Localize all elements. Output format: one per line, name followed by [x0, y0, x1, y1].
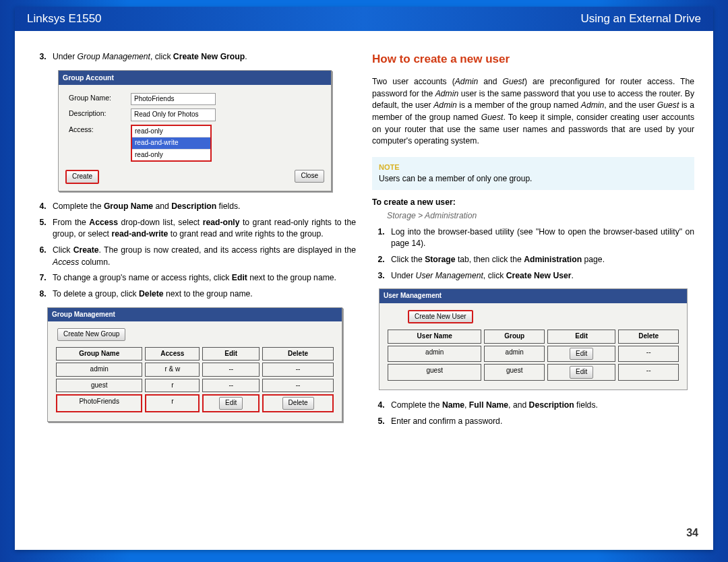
group-account-panel: Group Account Group Name:PhotoFriendsDes… — [58, 70, 332, 191]
user-management-panel: User Management Create New User User Nam… — [379, 288, 688, 390]
field-value[interactable]: Read Only for Photos — [131, 108, 216, 121]
group-account-fields: Group Name:PhotoFriendsDescription:Read … — [65, 90, 219, 165]
table-header: Edit — [202, 347, 260, 361]
edit-button[interactable]: Edit — [570, 348, 593, 361]
create-button[interactable]: Create — [65, 170, 99, 184]
step-item: Log into the browser-based utility (see … — [387, 226, 694, 250]
right-steps: Log into the browser-based utility (see … — [372, 226, 694, 282]
table-header: Group Name — [56, 347, 142, 361]
subheading: To create a new user: — [372, 197, 694, 209]
step-item: Complete the Name, Full Name, and Descri… — [387, 400, 694, 412]
step-item: Under Group Management, click Create New… — [49, 51, 356, 63]
table-header: Delete — [262, 347, 334, 361]
table-row: guestguestEdit-- — [388, 364, 679, 381]
intro-paragraph: Two user accounts (Admin and Guest) are … — [372, 76, 694, 148]
right-steps-2: Complete the Name, Full Name, and Descri… — [372, 400, 694, 427]
field-label: Description: — [68, 108, 127, 122]
table-row: PhotoFriendsrEditDelete — [56, 394, 334, 412]
step-item: Under User Management, click Create New … — [387, 270, 694, 282]
page-number: 34 — [15, 522, 713, 550]
edit-button[interactable]: Edit — [219, 397, 243, 410]
delete-button[interactable]: Delete — [282, 397, 314, 410]
left-steps-b: Complete the Group Name and Description … — [34, 201, 356, 301]
create-new-group-button[interactable]: Create New Group — [57, 328, 125, 341]
page-background: Linksys E1550 Using an External Drive Un… — [0, 0, 728, 562]
step-item: Click the Storage tab, then click the Ad… — [387, 254, 694, 266]
step-item: To delete a group, click Delete next to … — [49, 288, 356, 301]
user-management-table: User NameGroupEditDeleteadminadminEdit--… — [385, 327, 681, 383]
field-label: Group Name: — [68, 92, 127, 106]
section-heading: How to create a new user — [372, 51, 694, 68]
left-column: Under Group Management, click Create New… — [34, 51, 356, 513]
document-page: Linksys E1550 Using an External Drive Un… — [15, 7, 713, 550]
create-new-user-button[interactable]: Create New User — [408, 310, 473, 324]
right-column: How to create a new user Two user accoun… — [372, 51, 694, 513]
table-header: Edit — [547, 330, 615, 344]
page-content: Under Group Management, click Create New… — [15, 31, 713, 522]
group-management-panel: Group Management Create New Group Group … — [47, 307, 342, 422]
step-item: To change a group's name or access right… — [49, 272, 356, 284]
left-steps-a: Under Group Management, click Create New… — [34, 51, 356, 63]
field-label: Access: — [68, 124, 127, 163]
group-management-table: Group NameAccessEditDeleteadminr & w----… — [53, 345, 336, 414]
group-account-title: Group Account — [59, 71, 331, 85]
header-right: Using an External Drive — [580, 12, 701, 26]
breadcrumb: Storage > Administration — [372, 210, 694, 222]
table-header: User Name — [388, 330, 481, 344]
table-row: guestr---- — [56, 379, 334, 393]
user-management-title: User Management — [380, 289, 687, 303]
note-text: Users can be a member of only one group. — [379, 173, 688, 185]
header-left: Linksys E1550 — [27, 12, 102, 26]
step-item: From the Access drop-down list, select r… — [49, 217, 356, 241]
edit-button[interactable]: Edit — [570, 366, 593, 379]
access-select[interactable]: read-onlyread-and-writeread-only — [131, 125, 212, 162]
table-row: adminadminEdit-- — [388, 346, 679, 363]
note-label: Note — [379, 162, 688, 173]
field-value[interactable]: PhotoFriends — [131, 93, 216, 106]
close-button[interactable]: Close — [295, 170, 324, 183]
page-header: Linksys E1550 Using an External Drive — [15, 7, 713, 31]
step-item: Complete the Group Name and Description … — [49, 201, 356, 213]
table-header: Delete — [618, 330, 679, 344]
table-header: Group — [484, 330, 545, 344]
step-item: Enter and confirm a password. — [387, 416, 694, 428]
note-box: Note Users can be a member of only one g… — [372, 157, 694, 190]
group-management-title: Group Management — [48, 308, 342, 322]
table-row: adminr & w---- — [56, 363, 334, 377]
step-item: Click Create. The group is now created, … — [49, 245, 356, 268]
table-header: Access — [145, 347, 200, 361]
